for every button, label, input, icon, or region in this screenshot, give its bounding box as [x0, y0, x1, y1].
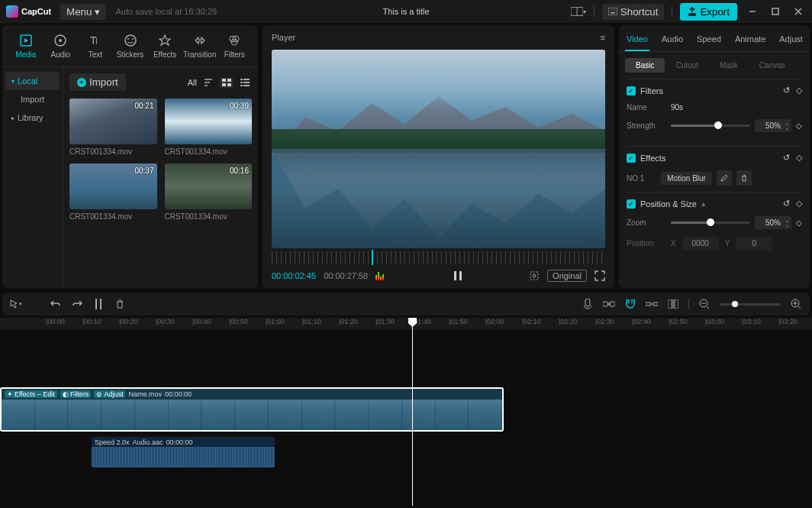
zoom-out-button[interactable]	[698, 298, 710, 310]
tab-transition[interactable]: Transition	[182, 30, 218, 62]
keyframe-icon[interactable]: ◇	[796, 218, 802, 227]
position-checkbox[interactable]: ✓	[627, 199, 636, 209]
zoom-slider[interactable]	[671, 222, 750, 224]
tab-text[interactable]: TIText	[78, 30, 113, 62]
audio-clip[interactable]: Speed 2.0xAudio.aac00:00:00	[92, 437, 275, 468]
svg-point-17	[132, 38, 134, 40]
play-pause-button[interactable]	[453, 270, 463, 281]
position-y-value[interactable]: 0	[736, 237, 772, 250]
project-title[interactable]: This is a title	[382, 7, 429, 16]
import-button[interactable]: + Import	[69, 73, 126, 91]
sidenav-import[interactable]: Import	[5, 90, 60, 108]
tab-stickers[interactable]: Stickers	[113, 30, 148, 62]
record-icon[interactable]	[582, 298, 594, 310]
collapse-icon[interactable]: ▴	[701, 199, 706, 209]
svg-text:I: I	[95, 37, 98, 46]
media-clip[interactable]: 00:39CRST001334.mov	[165, 99, 253, 156]
fullscreen-icon[interactable]	[594, 270, 605, 281]
zoom-value[interactable]: 50%▴▾	[755, 216, 791, 229]
layout-icon[interactable]: ▾	[571, 5, 586, 18]
link-icon[interactable]	[603, 298, 615, 310]
subtab-basic[interactable]: Basic	[625, 58, 665, 73]
magnet-icon[interactable]	[624, 298, 636, 310]
svg-point-15	[125, 35, 136, 46]
clip-badge: Speed 2.0x	[95, 438, 130, 446]
inspector-tab-speed[interactable]: Speed	[695, 31, 723, 51]
window-close-button[interactable]	[791, 5, 806, 18]
inspector-tab-video[interactable]: Video	[625, 31, 649, 51]
preview-tool-icon[interactable]	[667, 298, 679, 310]
grid-view-icon[interactable]	[220, 77, 234, 88]
reset-icon[interactable]: ↺	[783, 86, 790, 95]
select-tool[interactable]: ▾	[10, 298, 22, 310]
clip-badge: ◐ Filters	[60, 390, 92, 398]
tab-filters[interactable]: Filters	[217, 30, 252, 62]
list-view-icon[interactable]	[238, 77, 252, 88]
player-menu-icon[interactable]: ≡	[601, 33, 605, 42]
delete-effect-icon[interactable]	[736, 170, 752, 186]
shortcut-button[interactable]: Shortcut	[602, 4, 665, 20]
window-maximize-button[interactable]	[768, 5, 783, 18]
filter-all-label[interactable]: All	[188, 78, 197, 87]
app-logo: CapCut	[6, 5, 51, 18]
subtab-cutout[interactable]: Cutout	[665, 58, 708, 73]
reset-icon[interactable]: ↺	[783, 199, 790, 209]
zoom-in-button[interactable]	[790, 298, 802, 310]
strength-slider[interactable]	[671, 125, 750, 127]
playhead[interactable]	[412, 318, 413, 506]
keyframe-icon[interactable]: ◇	[796, 199, 802, 209]
clip-badge: 00:00:00	[166, 438, 193, 446]
video-clip[interactable]: ✦ Effects – Edit◐ Filters⊜ AdjustName.mo…	[0, 387, 504, 432]
clip-badge: ⊜ Adjust	[94, 390, 125, 398]
edit-effect-icon[interactable]	[717, 170, 732, 186]
zoom-label: Zoom	[627, 218, 665, 227]
player-ruler[interactable]	[272, 251, 605, 264]
inspector-tab-audio[interactable]: Audio	[660, 31, 685, 51]
media-clip[interactable]: 00:37CRST001334.mov	[69, 163, 157, 221]
timeline-ruler[interactable]: |00:00|00:10|00:20|00:30|00:40|00:50|01:…	[0, 318, 812, 330]
reset-icon[interactable]: ↺	[783, 153, 790, 163]
filter-name-value: 90s	[671, 103, 683, 112]
menu-button[interactable]: Menu ▾	[60, 4, 106, 20]
position-x-value[interactable]: 0000	[682, 237, 719, 250]
original-button[interactable]: Original	[547, 270, 587, 282]
subtab-canvas[interactable]: Canvas	[749, 58, 796, 73]
undo-button[interactable]	[50, 298, 62, 310]
timeline-tracks[interactable]: ✦ Effects – Edit◐ Filters⊜ AdjustName.mo…	[0, 330, 812, 506]
inspector-subtabs: BasicCutoutMaskCanvas	[619, 52, 810, 79]
delete-button[interactable]	[114, 298, 126, 310]
split-tool[interactable]	[92, 298, 105, 310]
media-clip[interactable]: 00:21CRST001334.mov	[69, 99, 157, 156]
sort-icon[interactable]	[201, 77, 215, 88]
tab-effects[interactable]: Effects	[147, 30, 182, 62]
inspector-tab-adjust[interactable]: Adjust	[778, 31, 804, 51]
audio-levels-icon[interactable]	[375, 271, 386, 280]
snap-icon[interactable]	[646, 298, 658, 310]
subtab-mask[interactable]: Mask	[709, 58, 749, 73]
svg-rect-33	[530, 272, 538, 280]
effects-checkbox[interactable]: ✓	[627, 154, 636, 163]
scale-icon[interactable]	[529, 270, 540, 281]
svg-rect-27	[240, 82, 243, 83]
tab-media[interactable]: Media	[8, 30, 44, 62]
sidenav-local[interactable]: ▾Local	[5, 72, 60, 90]
keyframe-icon[interactable]: ◇	[796, 121, 802, 130]
keyframe-icon[interactable]: ◇	[796, 86, 802, 95]
app-name: CapCut	[21, 7, 51, 16]
tab-audio[interactable]: Audio	[44, 30, 79, 62]
filters-checkbox[interactable]: ✓	[627, 86, 636, 95]
window-minimize-button[interactable]	[745, 5, 760, 18]
timeline-zoom-slider[interactable]	[720, 303, 781, 306]
chevron-down-icon: ▾	[95, 6, 100, 18]
redo-button[interactable]	[71, 298, 83, 310]
keyframe-icon[interactable]: ◇	[796, 153, 802, 163]
media-icon	[18, 33, 34, 48]
svg-line-49	[707, 306, 709, 309]
sidenav-library[interactable]: ▸Library	[5, 108, 60, 127]
autosave-status: Auto save local at 16:30:29	[115, 7, 217, 16]
video-preview[interactable]	[272, 50, 605, 248]
export-button[interactable]: Export	[680, 3, 737, 21]
strength-value[interactable]: 50%▴▾	[755, 119, 791, 132]
media-clip[interactable]: 00:16CRST001334.mov	[165, 163, 253, 221]
inspector-tab-animate[interactable]: Animate	[733, 31, 767, 51]
